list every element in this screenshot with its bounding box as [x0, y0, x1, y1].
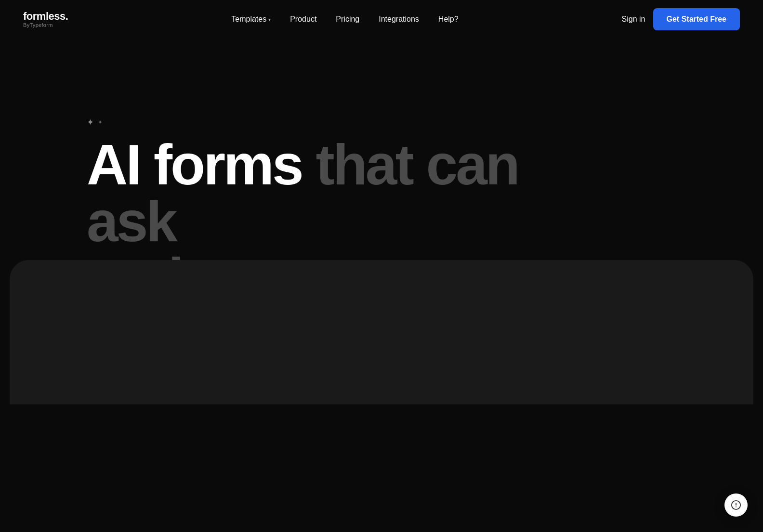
- logo-name: formless.: [23, 11, 68, 22]
- sparkles-decoration: ✦ ✦: [87, 118, 763, 127]
- nav-link-help[interactable]: Help?: [431, 11, 466, 27]
- sparkle-large-icon: ✦: [87, 118, 94, 127]
- nav-actions: Sign in Get Started Free: [622, 8, 740, 30]
- chat-widget-button[interactable]: [724, 493, 748, 517]
- logo-sub: ByTypeform: [23, 22, 68, 28]
- chat-icon: [731, 500, 741, 510]
- sparkle-small-icon: ✦: [98, 119, 103, 125]
- chevron-down-icon: ▾: [268, 17, 271, 22]
- nav-link-templates[interactable]: Templates ▾: [224, 11, 278, 27]
- navbar: formless. ByTypeform Templates ▾ Product…: [0, 0, 763, 39]
- hero-section: ✦ ✦ AI forms that can ask and answer que…: [0, 0, 763, 404]
- get-started-button[interactable]: Get Started Free: [653, 8, 740, 30]
- nav-link-product[interactable]: Product: [282, 11, 324, 27]
- sign-in-link[interactable]: Sign in: [622, 15, 645, 24]
- logo[interactable]: formless. ByTypeform: [23, 11, 68, 28]
- bottom-card: [10, 260, 753, 404]
- nav-link-integrations[interactable]: Integrations: [371, 11, 427, 27]
- nav-links: Templates ▾ Product Pricing Integrations…: [224, 11, 466, 27]
- nav-link-pricing[interactable]: Pricing: [328, 11, 367, 27]
- hero-heading-white: AI forms: [87, 133, 302, 196]
